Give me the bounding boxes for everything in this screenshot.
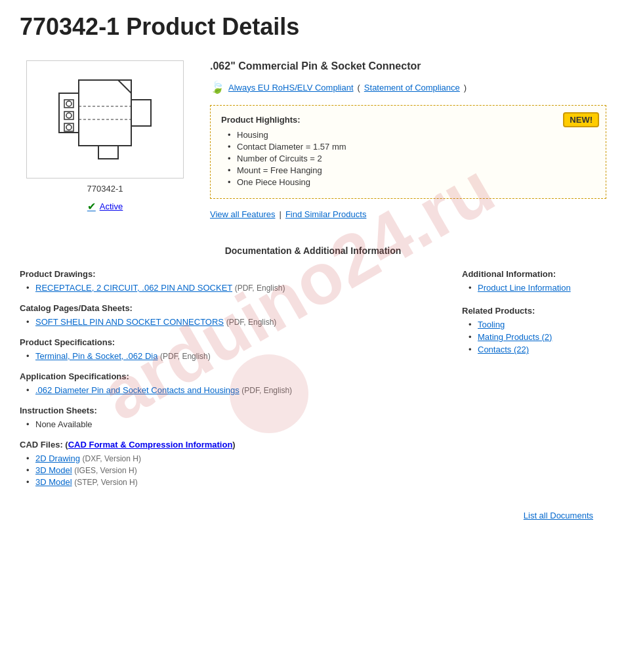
doc-left: Product Drawings: RECEPTACLE, 2 CIRCUIT,… [20, 269, 442, 497]
svg-point-7 [66, 125, 72, 130]
related-products-list: Tooling Mating Products (2) Contacts (22… [462, 320, 606, 354]
application-specs-title: Application Specifications: [20, 371, 442, 381]
highlight-item-4: Mount = Free Hanging [228, 165, 595, 175]
additional-info-section: Additional Information: Product Line Inf… [462, 269, 606, 293]
cad-format-link[interactable]: CAD Format & Compression Information [68, 440, 233, 450]
instruction-sheets-title: Instruction Sheets: [20, 406, 442, 415]
drawing-link-1[interactable]: RECEPTACLE, 2 CIRCUIT, .062 PIN AND SOCK… [35, 283, 232, 293]
highlights-list: Housing Contact Diameter = 1.57 mm Numbe… [221, 130, 595, 187]
product-drawings-section: Product Drawings: RECEPTACLE, 2 CIRCUIT,… [20, 269, 442, 293]
new-badge: NEW! [563, 112, 599, 127]
instruction-sheets-section: Instruction Sheets: None Available [20, 406, 442, 429]
contacts-link[interactable]: Contacts (22) [478, 345, 529, 354]
app-spec-item-1: .062 Diameter Pin and Socket Contacts an… [26, 385, 442, 395]
cad-link-3[interactable]: 3D Model [35, 477, 72, 487]
related-item-1: Tooling [469, 320, 606, 329]
view-all-features-link[interactable]: View all Features [210, 209, 275, 219]
spec-link-1[interactable]: Terminal, Pin & Socket, .062 Dia [35, 351, 157, 361]
product-part-number: 770342-1 [87, 184, 123, 194]
app-spec-link-1[interactable]: .062 Diameter Pin and Socket Contacts an… [35, 385, 240, 395]
svg-rect-0 [79, 80, 131, 146]
drawing-meta-1: (PDF, English) [235, 284, 285, 293]
product-description: .062" Commercial Pin & Socket Connector [210, 60, 606, 72]
related-item-3: Contacts (22) [469, 345, 606, 354]
svg-rect-8 [131, 100, 151, 126]
cad-files-title: CAD Files: (CAD Format & Compression Inf… [20, 440, 442, 450]
features-links: View all Features | Find Similar Product… [210, 209, 606, 219]
find-similar-link[interactable]: Find Similar Products [285, 209, 367, 219]
spec-item-1: Terminal, Pin & Socket, .062 Dia (PDF, E… [26, 351, 442, 361]
highlight-item-2: Contact Diameter = 1.57 mm [228, 142, 595, 152]
additional-info-title: Additional Information: [462, 269, 606, 279]
rohs-link[interactable]: Always EU RoHS/ELV Compliant [228, 83, 354, 93]
svg-point-6 [66, 113, 72, 118]
rohs-paren-close: ) [464, 83, 467, 93]
drawing-item-1: RECEPTACLE, 2 CIRCUIT, .062 PIN AND SOCK… [26, 283, 442, 293]
catalog-meta-1: (PDF, English) [226, 318, 277, 327]
instruction-none: None Available [35, 419, 93, 429]
leaf-icon: 🍃 [210, 80, 224, 94]
doc-main-title: Documentation & Additional Information [20, 245, 606, 256]
product-image-box [26, 60, 184, 178]
spec-meta-1: (PDF, English) [160, 352, 211, 361]
cad-item-3: 3D Model (STEP, Version H) [26, 477, 442, 487]
page-title: 770342-1 Product Details [20, 13, 606, 41]
cad-files-section: CAD Files: (CAD Format & Compression Inf… [20, 440, 442, 487]
svg-rect-9 [98, 146, 118, 159]
application-specs-section: Application Specifications: .062 Diamete… [20, 371, 442, 395]
catalog-item-1: SOFT SHELL PIN AND SOCKET CONNECTORS (PD… [26, 317, 442, 327]
cad-meta-1: (DXF, Version H) [83, 454, 141, 463]
svg-point-5 [66, 101, 72, 106]
cad-meta-3: (STEP, Version H) [74, 478, 137, 487]
active-link[interactable]: Active [100, 201, 123, 211]
doc-layout: Product Drawings: RECEPTACLE, 2 CIRCUIT,… [20, 269, 606, 497]
rohs-paren-open: ( [358, 83, 360, 93]
catalog-pages-section: Catalog Pages/Data Sheets: SOFT SHELL PI… [20, 303, 442, 327]
rohs-line: 🍃 Always EU RoHS/ELV Compliant ( Stateme… [210, 80, 606, 94]
active-status: ✔ Active [87, 200, 123, 213]
cad-link-2[interactable]: 3D Model [35, 465, 72, 475]
list-all-docs: List all Documents [20, 511, 606, 520]
highlight-item-3: Number of Circuits = 2 [228, 154, 595, 163]
documentation-section: Documentation & Additional Information P… [20, 245, 606, 520]
highlights-title: Product Highlights: [221, 115, 595, 125]
product-drawings-title: Product Drawings: [20, 269, 442, 279]
catalog-link-1[interactable]: SOFT SHELL PIN AND SOCKET CONNECTORS [35, 317, 224, 327]
mating-products-link[interactable]: Mating Products (2) [478, 332, 552, 342]
app-spec-meta-1: (PDF, English) [241, 386, 292, 395]
highlight-item-1: Housing [228, 130, 595, 140]
product-details-section: .062" Commercial Pin & Socket Connector … [210, 60, 606, 219]
related-products-section: Related Products: Tooling Mating Product… [462, 306, 606, 354]
product-image-section: 770342-1 ✔ Active [20, 60, 190, 219]
features-separator: | [279, 209, 281, 219]
tooling-link[interactable]: Tooling [478, 320, 505, 329]
product-specs-title: Product Specifications: [20, 337, 442, 347]
main-content: 770342-1 ✔ Active .062" Commercial Pin &… [20, 60, 606, 219]
instruction-item-1: None Available [26, 419, 442, 429]
doc-right: Additional Information: Product Line Inf… [462, 269, 606, 497]
related-products-title: Related Products: [462, 306, 606, 316]
related-item-2: Mating Products (2) [469, 332, 606, 342]
cad-link-1[interactable]: 2D Drawing [35, 453, 80, 463]
cad-meta-2: (IGES, Version H) [74, 466, 136, 475]
compliance-link[interactable]: Statement of Compliance [364, 83, 460, 93]
catalog-pages-title: Catalog Pages/Data Sheets: [20, 303, 442, 313]
product-line-info-link[interactable]: Product Line Information [478, 283, 571, 293]
additional-info-list: Product Line Information [462, 283, 606, 293]
highlight-item-5: One Piece Housing [228, 177, 595, 187]
cad-item-1: 2D Drawing (DXF, Version H) [26, 453, 442, 463]
highlights-box: Product Highlights: Housing Contact Diam… [210, 105, 606, 199]
list-all-docs-link[interactable]: List all Documents [524, 511, 593, 520]
check-icon: ✔ [87, 200, 96, 213]
product-specs-section: Product Specifications: Terminal, Pin & … [20, 337, 442, 361]
additional-info-item-1: Product Line Information [469, 283, 606, 293]
product-image-svg [39, 67, 171, 172]
cad-item-2: 3D Model (IGES, Version H) [26, 465, 442, 475]
